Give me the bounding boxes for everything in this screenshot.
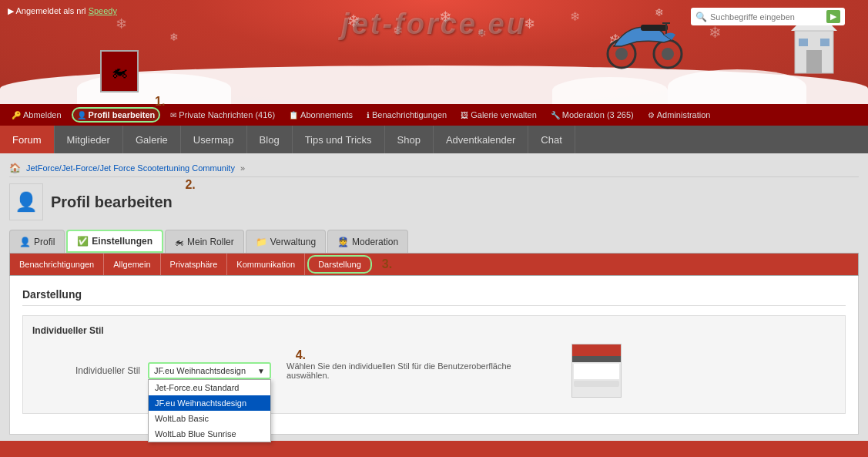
- step4-annotation: 4.: [296, 348, 306, 362]
- tab-profil[interactable]: 👤 Profil: [9, 230, 65, 253]
- mod-icon: 🔧: [551, 111, 560, 119]
- user-edit-icon: 👤: [77, 111, 86, 119]
- tab-verwaltung[interactable]: 📁 Verwaltung: [246, 230, 326, 253]
- section-title: Darstellung: [22, 288, 846, 306]
- nav-usermap[interactable]: Usermap: [181, 126, 247, 153]
- topbar-abonnements[interactable]: 📋 Abonnements: [285, 109, 357, 121]
- search-button[interactable]: ▶: [826, 10, 840, 23]
- search-input[interactable]: [710, 12, 826, 22]
- option-standard[interactable]: Jet-Force.eu Standard: [149, 380, 270, 395]
- search-container: 🔍 ▶: [691, 8, 845, 25]
- main-nav: Forum Mitglieder Galerie Usermap Blog Ti…: [0, 126, 868, 153]
- tab-mein-roller[interactable]: 🏍 Mein Roller: [165, 230, 244, 253]
- individueller-stil-section: Individueller Stil Individueller Stil JF…: [22, 315, 846, 414]
- topbar-benachrichtigungen[interactable]: ℹ Benachrichtigungen: [363, 109, 451, 121]
- form-section-title: Individueller Stil: [32, 325, 836, 336]
- verwaltung-icon: 📁: [256, 237, 267, 247]
- gallery-icon: 🖼: [461, 111, 468, 119]
- stil-dropdown-menu: Jet-Force.eu Standard JF.eu Weihnachtsde…: [148, 379, 271, 442]
- list-icon: 📋: [289, 111, 298, 119]
- moped-image: [598, 8, 691, 72]
- roller-icon: 🏍: [175, 237, 184, 247]
- svg-point-3: [662, 48, 674, 60]
- topbar-administration[interactable]: ⚙ Administration: [644, 109, 715, 121]
- tab-moderation[interactable]: 👮 Moderation: [327, 230, 408, 253]
- svg-rect-11: [820, 39, 829, 46]
- page-header: 👤 Profil bearbeiten 2.: [9, 183, 859, 220]
- site-title: jet-force.eu: [341, 8, 527, 40]
- option-woltlab-basic[interactable]: WoltLab Basic: [149, 411, 270, 426]
- subnav-darstellung[interactable]: Darstellung: [307, 255, 372, 274]
- user-info: ▶ Angemeldet als nrl Speedy: [8, 6, 117, 16]
- content-area: Darstellung Individueller Stil Individue…: [9, 276, 859, 435]
- stil-dropdown-select[interactable]: JF.eu Weihnachtsdesign ▼: [148, 362, 271, 379]
- breadcrumb-link[interactable]: JetForce/Jet-Force/Jet Force Scootertuni…: [26, 163, 235, 173]
- key-icon: 🔑: [12, 111, 21, 119]
- subnav-allgemein[interactable]: Allgemein: [104, 254, 160, 275]
- svg-rect-10: [799, 39, 808, 46]
- step3-annotation: 3.: [382, 257, 392, 271]
- chevron-down-icon: ▼: [257, 367, 265, 375]
- option-weihnacht[interactable]: JF.eu Weihnachtsdesign: [149, 395, 270, 411]
- search-icon: 🔍: [695, 12, 707, 22]
- moderation-icon: 👮: [337, 237, 349, 247]
- topbar-private-nachrichten[interactable]: ✉ Private Nachrichten (416): [166, 109, 279, 121]
- svg-rect-9: [806, 50, 822, 73]
- nav-tips[interactable]: Tips und Tricks: [293, 126, 385, 153]
- nav-forum[interactable]: Forum: [0, 126, 55, 153]
- user-link[interactable]: Speedy: [89, 6, 117, 15]
- user-avatar: 🏍: [100, 50, 139, 92]
- nav-galerie[interactable]: Galerie: [123, 126, 181, 153]
- subnav-benachrichtigungen[interactable]: Benachrichtigungen: [10, 254, 104, 275]
- nav-shop[interactable]: Shop: [385, 126, 434, 153]
- breadcrumb: 🏠 JetForce/Jet-Force/Jet Force Scootertu…: [9, 160, 859, 177]
- subnav-kommunikation[interactable]: Kommunikation: [227, 254, 305, 275]
- profil-icon: 👤: [19, 237, 31, 247]
- nav-chat[interactable]: Chat: [528, 126, 575, 153]
- step1-label: 1.: [155, 95, 165, 109]
- subnav-privatsphare[interactable]: Privatsphäre: [161, 254, 228, 275]
- mail-icon: ✉: [170, 111, 176, 119]
- stil-description: Wählen Sie den individuellen Stil für di…: [287, 361, 556, 380]
- form-label-stil: Individueller Stil: [32, 365, 140, 376]
- topbar-galerie[interactable]: 🖼 Galerie verwalten: [457, 109, 541, 121]
- nav-mitglieder[interactable]: Mitglieder: [55, 126, 123, 153]
- svg-point-2: [615, 48, 628, 60]
- stil-dropdown-wrapper: JF.eu Weihnachtsdesign ▼ Jet-Force.eu St…: [148, 362, 271, 379]
- sub-nav: Benachrichtigungen Allgemein Privatsphär…: [9, 253, 859, 276]
- page-title: Profil bearbeiten: [51, 193, 173, 211]
- topbar: 🔑 Abmelden 👤 Profil bearbeiten 1. ✉ Priv…: [0, 104, 868, 126]
- profile-tabs: 👤 Profil ✅ Einstellungen 🏍 Mein Roller 📁…: [9, 230, 859, 253]
- info-icon: ℹ: [367, 111, 370, 119]
- svg-rect-4: [641, 25, 668, 31]
- einstellungen-icon: ✅: [77, 236, 89, 247]
- topbar-profil-bearbeiten[interactable]: 👤 Profil bearbeiten 1.: [72, 107, 161, 123]
- tab-einstellungen[interactable]: ✅ Einstellungen: [66, 230, 163, 253]
- option-woltlab-blue[interactable]: WoltLab Blue Sunrise: [149, 426, 270, 442]
- preview-thumbnail: [571, 344, 622, 398]
- step2-annotation: 2.: [185, 178, 195, 192]
- nav-adventkalender[interactable]: Adventkalender: [434, 126, 528, 153]
- form-row-stil: Individueller Stil JF.eu Weihnachtsdesig…: [32, 344, 836, 398]
- topbar-moderation[interactable]: 🔧 Moderation (3 265): [547, 109, 638, 121]
- nav-blog[interactable]: Blog: [247, 126, 293, 153]
- topbar-abmelden[interactable]: 🔑 Abmelden: [8, 109, 65, 121]
- admin-icon: ⚙: [648, 111, 655, 119]
- user-text: Angemeldet als nrl: [15, 6, 85, 15]
- page-header-icon: 👤: [9, 183, 43, 220]
